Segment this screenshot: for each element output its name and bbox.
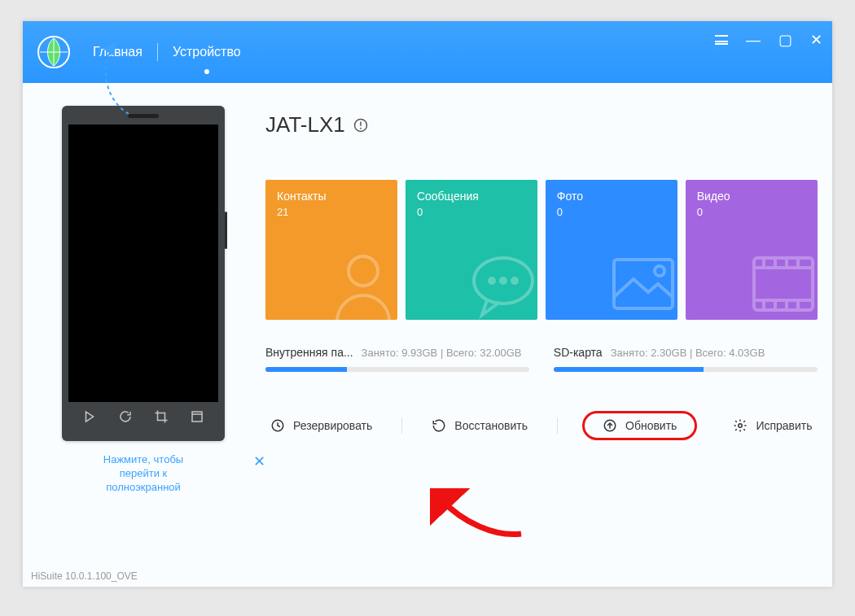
separator xyxy=(557,417,558,434)
phone-power-button xyxy=(225,212,227,249)
storage-label: Внутренняя па... xyxy=(265,346,353,359)
svg-point-8 xyxy=(501,278,506,283)
svg-point-9 xyxy=(512,278,517,283)
backup-button[interactable]: Резервировать xyxy=(265,418,377,433)
svg-point-7 xyxy=(489,278,494,283)
hint-text: Нажмите, чтобы перейти к полноэкранной xyxy=(62,452,225,494)
menu-icon[interactable] xyxy=(715,33,728,47)
svg-rect-1 xyxy=(192,412,202,422)
fullscreen-hint: ✕ Нажмите, чтобы перейти к полноэкранной xyxy=(62,452,225,494)
storage-stats: Занято: 2.30GB | Всего: 4.03GB xyxy=(611,347,765,359)
close-button[interactable]: ✕ xyxy=(810,33,822,47)
body: ✕ Нажмите, чтобы перейти к полноэкранной… xyxy=(23,83,832,567)
device-name: JAT-LX1 xyxy=(265,112,345,138)
video-icon xyxy=(743,243,818,320)
tile-messages[interactable]: Сообщения 0 xyxy=(406,180,537,320)
phone-screen[interactable] xyxy=(68,125,218,402)
screencast-play-icon[interactable] xyxy=(82,409,97,427)
footer-version: HiSuite 10.0.1.100_OVE xyxy=(23,567,832,587)
action-row: Резервировать Восстановить Обновить Испр… xyxy=(265,411,818,440)
tile-count: 0 xyxy=(557,206,666,218)
action-label: Исправить xyxy=(756,419,812,432)
main-column: JAT-LX1 Контакты 21 Сообщения 0 xyxy=(265,106,818,567)
tile-label: Видео xyxy=(697,190,806,203)
tab-home[interactable]: Главная xyxy=(93,42,142,63)
screencast-crop-icon[interactable] xyxy=(154,409,169,427)
annotation-arrow-icon xyxy=(430,488,528,545)
header: Главная Устройство — ▢ ✕ xyxy=(23,21,832,83)
tile-count: 21 xyxy=(277,206,386,218)
tile-contacts[interactable]: Контакты 21 xyxy=(265,180,397,320)
update-button[interactable]: Обновить xyxy=(582,411,697,440)
storage-bar xyxy=(554,367,818,372)
app-window: Главная Устройство — ▢ ✕ xyxy=(23,21,832,587)
contacts-icon xyxy=(322,243,397,320)
action-label: Восстановить xyxy=(454,419,528,432)
storage-stats: Занято: 9.93GB | Всего: 32.00GB xyxy=(362,347,522,359)
action-label: Резервировать xyxy=(293,419,372,432)
messages-icon xyxy=(463,243,537,320)
svg-point-4 xyxy=(360,127,362,129)
storage-row: Внутренняя па... Занято: 9.93GB | Всего:… xyxy=(265,346,818,372)
tab-separator xyxy=(157,43,158,61)
phone-column: ✕ Нажмите, чтобы перейти к полноэкранной xyxy=(62,106,225,567)
svg-point-15 xyxy=(739,424,743,428)
separator xyxy=(401,417,402,434)
svg-point-5 xyxy=(349,256,378,286)
tile-videos[interactable]: Видео 0 xyxy=(686,180,818,320)
window-controls: — ▢ ✕ xyxy=(715,33,822,47)
tile-photos[interactable]: Фото 0 xyxy=(546,180,677,320)
tile-label: Фото xyxy=(557,190,666,203)
repair-button[interactable]: Исправить xyxy=(728,418,817,433)
tile-count: 0 xyxy=(417,206,526,218)
screencast-refresh-icon[interactable] xyxy=(118,409,133,427)
minimize-button[interactable]: — xyxy=(746,33,761,47)
storage-bar xyxy=(265,367,529,372)
phone-speaker xyxy=(128,114,159,118)
tile-count: 0 xyxy=(697,206,806,218)
category-tiles: Контакты 21 Сообщения 0 Фото 0 Видео 0 xyxy=(265,180,818,320)
app-logo-icon xyxy=(37,36,70,68)
screencast-fullscreen-icon[interactable] xyxy=(190,409,204,427)
storage-label: SD-карта xyxy=(554,346,603,359)
sd-storage: SD-карта Занято: 2.30GB | Всего: 4.03GB xyxy=(554,346,818,372)
svg-point-11 xyxy=(655,266,664,276)
device-title-row: JAT-LX1 xyxy=(265,112,818,138)
tile-label: Контакты xyxy=(277,190,386,203)
tile-label: Сообщения xyxy=(417,190,526,203)
action-label: Обновить xyxy=(625,419,677,432)
internal-storage: Внутренняя па... Занято: 9.93GB | Всего:… xyxy=(265,346,529,372)
photo-icon xyxy=(603,243,677,320)
warning-icon[interactable] xyxy=(353,118,368,133)
phone-nav-bar xyxy=(68,402,218,435)
phone-mockup xyxy=(62,106,225,441)
hint-close-button[interactable]: ✕ xyxy=(253,452,265,470)
tab-device[interactable]: Устройство xyxy=(173,42,241,63)
nav-tabs: Главная Устройство xyxy=(93,42,241,63)
restore-button[interactable]: Восстановить xyxy=(427,418,533,433)
maximize-button[interactable]: ▢ xyxy=(778,33,792,47)
